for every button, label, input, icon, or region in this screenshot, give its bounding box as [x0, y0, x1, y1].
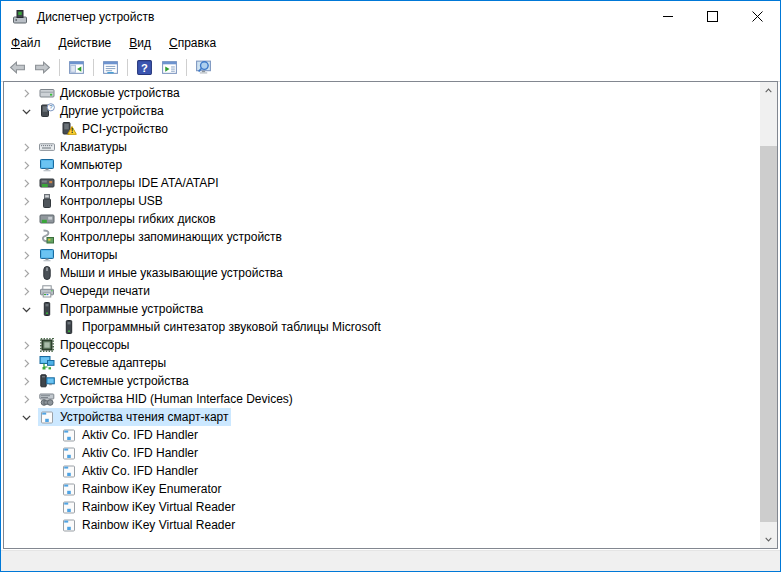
forward-icon	[34, 59, 51, 76]
title-bar: Диспетчер устройств	[1, 1, 780, 32]
tree-item[interactable]: Системные устройства	[4, 372, 760, 390]
tree-item[interactable]: Устройства HID (Human Interface Devices)	[4, 390, 760, 408]
back-button[interactable]	[5, 56, 30, 79]
menu-help[interactable]: Справка	[160, 33, 225, 53]
twisty-spacer	[40, 121, 56, 137]
toolbar-separator	[127, 59, 128, 76]
tree-item[interactable]: Rainbow iKey Enumerator	[4, 480, 760, 498]
show-console-tree-button[interactable]	[64, 56, 89, 79]
window-title: Диспетчер устройств	[37, 10, 645, 24]
chevron-right-icon[interactable]	[18, 193, 34, 209]
smartcard-reader-icon	[61, 463, 77, 479]
smartcard-reader-icon	[39, 409, 55, 425]
properties-icon	[102, 59, 119, 76]
tree-item[interactable]: Клавиатуры	[4, 138, 760, 156]
processor-icon	[39, 337, 55, 353]
scroll-down-button[interactable]	[760, 531, 777, 548]
vertical-scrollbar[interactable]	[760, 82, 777, 548]
minimize-button[interactable]	[645, 1, 690, 32]
chevron-right-icon[interactable]	[18, 157, 34, 173]
twisty-spacer	[40, 481, 56, 497]
smartcard-reader-icon	[61, 427, 77, 443]
chevron-right-icon[interactable]	[18, 283, 34, 299]
chevron-right-icon[interactable]	[18, 139, 34, 155]
chevron-right-icon[interactable]	[18, 85, 34, 101]
twisty-spacer	[40, 427, 56, 443]
tree-item[interactable]: Aktiv Co. IFD Handler	[4, 444, 760, 462]
mouse-icon	[39, 265, 55, 281]
smartcard-reader-icon	[61, 499, 77, 515]
device-manager-window: Диспетчер устройств Файл Действие Вид Сп…	[0, 0, 781, 572]
tree-item[interactable]: Мыши и иные указывающие устройства	[4, 264, 760, 282]
software-device-icon	[39, 301, 55, 317]
tree-item[interactable]: Очереди печати	[4, 282, 760, 300]
tree-item[interactable]: Контроллеры гибких дисков	[4, 210, 760, 228]
console-tree-icon	[68, 59, 85, 76]
chevron-right-icon[interactable]	[18, 175, 34, 191]
tree-item[interactable]: Программные устройства	[4, 300, 760, 318]
usb-controller-icon	[39, 193, 55, 209]
chevron-down-icon	[764, 535, 773, 544]
hid-device-icon	[39, 391, 55, 407]
tree-item[interactable]: Сетевые адаптеры	[4, 354, 760, 372]
toolbar-separator	[93, 59, 94, 76]
chevron-down-icon[interactable]	[18, 103, 34, 119]
chevron-right-icon[interactable]	[18, 391, 34, 407]
chevron-right-icon[interactable]	[18, 229, 34, 245]
chevron-right-icon[interactable]	[18, 337, 34, 353]
scan-hardware-changes-button[interactable]	[191, 56, 216, 79]
device-manager-icon	[12, 9, 28, 25]
twisty-spacer	[40, 463, 56, 479]
toolbar-separator	[186, 59, 187, 76]
smartcard-reader-icon	[61, 517, 77, 533]
tree-item[interactable]: Aktiv Co. IFD Handler	[4, 426, 760, 444]
tree-item[interactable]: Другие устройства	[4, 102, 760, 120]
help-button[interactable]	[132, 56, 157, 79]
chevron-right-icon[interactable]	[18, 373, 34, 389]
twisty-spacer	[40, 319, 56, 335]
unknown-device-icon	[39, 103, 55, 119]
tree-item[interactable]: Программный синтезатор звуковой таблицы …	[4, 318, 760, 336]
tree-item-selected[interactable]: Устройства чтения смарт-карт	[4, 408, 760, 426]
close-icon	[752, 11, 763, 22]
toolbar-separator	[59, 59, 60, 76]
close-button[interactable]	[735, 1, 780, 32]
computer-icon	[39, 157, 55, 173]
disk-drive-icon	[39, 85, 55, 101]
ide-controller-icon	[39, 175, 55, 191]
chevron-down-icon[interactable]	[18, 301, 34, 317]
tree-item[interactable]: Процессоры	[4, 336, 760, 354]
tree-item[interactable]: Контроллеры USB	[4, 192, 760, 210]
menu-action[interactable]: Действие	[50, 33, 121, 53]
menu-file[interactable]: Файл	[2, 33, 50, 53]
tree-item[interactable]: PCI-устройство	[4, 120, 760, 138]
software-device-icon	[61, 319, 77, 335]
properties-button[interactable]	[98, 56, 123, 79]
chevron-right-icon[interactable]	[18, 355, 34, 371]
chevron-right-icon[interactable]	[18, 211, 34, 227]
tree-item[interactable]: Компьютер	[4, 156, 760, 174]
tree-item[interactable]: Контроллеры запоминающих устройств	[4, 228, 760, 246]
tree-item[interactable]: Rainbow iKey Virtual Reader	[4, 498, 760, 516]
menu-view[interactable]: Вид	[120, 33, 160, 53]
chevron-right-icon[interactable]	[18, 247, 34, 263]
chevron-up-icon	[764, 86, 773, 95]
network-adapter-icon	[39, 355, 55, 371]
tree-item[interactable]: Rainbow iKey Virtual Reader	[4, 516, 760, 534]
show-action-pane-button[interactable]	[157, 56, 182, 79]
maximize-button[interactable]	[690, 1, 735, 32]
tree-item[interactable]: Aktiv Co. IFD Handler	[4, 462, 760, 480]
device-tree-panel: Дисковые устройства Другие устройства PC…	[3, 81, 778, 549]
tree-item[interactable]: Дисковые устройства	[4, 84, 760, 102]
chevron-down-icon[interactable]	[18, 409, 34, 425]
tree-item[interactable]: Мониторы	[4, 246, 760, 264]
scroll-up-button[interactable]	[760, 82, 777, 99]
device-tree: Дисковые устройства Другие устройства PC…	[4, 82, 760, 548]
action-pane-icon	[161, 59, 178, 76]
twisty-spacer	[40, 499, 56, 515]
scrollbar-thumb[interactable]	[760, 146, 777, 522]
smartcard-reader-icon	[61, 445, 77, 461]
forward-button[interactable]	[30, 56, 55, 79]
chevron-right-icon[interactable]	[18, 265, 34, 281]
tree-item[interactable]: Контроллеры IDE ATA/ATAPI	[4, 174, 760, 192]
